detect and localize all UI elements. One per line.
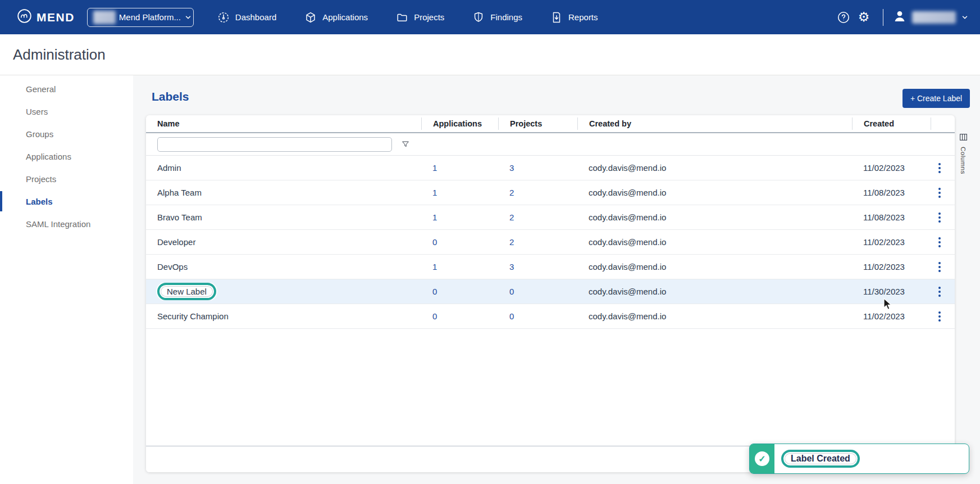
projects-count-link[interactable]: 0 <box>509 287 514 296</box>
row-actions-menu[interactable] <box>933 160 946 176</box>
nav-item-projects[interactable]: Projects <box>396 11 444 24</box>
sidebar-item-applications[interactable]: Applications <box>0 145 133 168</box>
projects-count-link[interactable]: 2 <box>509 237 514 247</box>
gear-icon[interactable]: ⚙ <box>854 7 874 28</box>
reports-icon <box>550 11 563 24</box>
table-header-row: Name Applications Projects Created by Cr… <box>146 115 955 133</box>
sidebar-item-label: Groups <box>26 129 53 139</box>
sidebar-item-label: Applications <box>26 152 71 161</box>
avatar-icon <box>892 9 907 26</box>
create-label-button[interactable]: + Create Label <box>902 89 970 108</box>
column-header-name[interactable]: Name <box>146 117 421 130</box>
row-actions-menu[interactable] <box>933 210 946 225</box>
main-nav: Dashboard Applications Projects <box>217 11 598 24</box>
column-header-created[interactable]: Created <box>852 117 931 130</box>
projects-icon <box>396 11 408 24</box>
created-by: cody.davis@mend.io <box>577 163 852 173</box>
org-selector-dropdown[interactable]: Mend Platform... <box>87 8 194 27</box>
nav-item-reports[interactable]: Reports <box>550 11 598 24</box>
toast-label-created: ✓ Label Created <box>749 444 969 474</box>
sidebar-item-saml-integration[interactable]: SAML Integration <box>0 212 133 235</box>
applications-count-link[interactable]: 1 <box>432 212 437 222</box>
nav-item-label: Dashboard <box>235 12 276 22</box>
navbar-divider <box>883 9 883 26</box>
projects-count-link[interactable]: 2 <box>509 188 514 197</box>
column-header-projects[interactable]: Projects <box>498 117 577 130</box>
applications-count-link[interactable]: 1 <box>432 163 437 173</box>
top-navbar: MEND Mend Platform... Dashboard <box>0 0 980 34</box>
filter-icon[interactable] <box>401 140 410 149</box>
table-row[interactable]: Alpha Team 1 2 cody.davis@mend.io 11/08/… <box>146 180 955 205</box>
sidebar-item-label: Projects <box>26 174 56 184</box>
label-name: Security Champion <box>146 311 421 321</box>
label-name: New Label <box>167 287 207 296</box>
applications-count-link[interactable]: 0 <box>432 311 437 321</box>
columns-tab-label: Columns <box>960 147 967 174</box>
row-actions-menu[interactable] <box>933 185 946 201</box>
sidebar-item-projects[interactable]: Projects <box>0 168 133 190</box>
created-date: 11/02/2023 <box>852 311 931 321</box>
row-actions-menu[interactable] <box>933 259 946 275</box>
sidebar-item-users[interactable]: Users <box>0 100 133 123</box>
created-date: 11/08/2023 <box>852 212 931 222</box>
sidebar-item-labels[interactable]: Labels <box>0 190 133 212</box>
column-header-actions <box>931 117 955 130</box>
nav-item-applications[interactable]: Applications <box>304 11 368 24</box>
toast-message-annotation: Label Created <box>781 450 860 468</box>
nav-item-label: Projects <box>414 12 444 22</box>
label-name: DevOps <box>146 262 421 272</box>
new-label-annotation: New Label <box>157 283 216 300</box>
row-actions-menu[interactable] <box>933 234 946 250</box>
toast-message: Label Created <box>791 454 850 464</box>
applications-count-link[interactable]: 0 <box>432 287 437 296</box>
name-filter-input[interactable] <box>157 137 392 152</box>
projects-count-link[interactable]: 0 <box>509 311 514 321</box>
column-header-applications[interactable]: Applications <box>421 117 498 130</box>
page-title: Administration <box>13 46 106 64</box>
table-row[interactable]: Bravo Team 1 2 cody.davis@mend.io 11/08/… <box>146 205 955 230</box>
applications-count-link[interactable]: 0 <box>432 237 437 247</box>
columns-panel-tab[interactable]: Columns <box>956 133 970 174</box>
table-row-new-label[interactable]: New Label 0 0 cody.davis@mend.io 11/30/2… <box>146 279 955 304</box>
mend-logo[interactable]: MEND <box>17 8 75 26</box>
label-name: Developer <box>146 237 421 247</box>
table-row[interactable]: Security Champion 0 0 cody.davis@mend.io… <box>146 304 955 329</box>
help-icon[interactable] <box>833 7 854 28</box>
org-selector-label: Mend Platform... <box>119 12 181 22</box>
user-menu[interactable] <box>892 9 969 26</box>
nav-item-findings[interactable]: Findings <box>472 11 522 24</box>
nav-item-label: Findings <box>490 12 522 22</box>
applications-count-link[interactable]: 1 <box>432 262 437 272</box>
projects-count-link[interactable]: 3 <box>509 163 514 173</box>
table-row[interactable]: Developer 0 2 cody.davis@mend.io 11/02/2… <box>146 230 955 255</box>
table-row[interactable]: DevOps 1 3 cody.davis@mend.io 11/02/2023 <box>146 255 955 279</box>
created-date: 11/30/2023 <box>852 287 931 296</box>
username-redacted <box>912 11 956 24</box>
applications-count-link[interactable]: 1 <box>432 188 437 197</box>
created-by: cody.davis@mend.io <box>577 188 852 197</box>
column-header-created-by[interactable]: Created by <box>577 117 852 130</box>
sidebar-item-label: Users <box>26 107 48 116</box>
labels-section-title: Labels <box>152 90 189 103</box>
projects-count-link[interactable]: 2 <box>509 212 514 222</box>
sidebar-item-general[interactable]: General <box>0 78 133 100</box>
chevron-down-icon <box>961 13 969 21</box>
created-by: cody.davis@mend.io <box>577 212 852 222</box>
toast-check-icon: ✓ <box>755 451 769 466</box>
label-name: Bravo Team <box>146 212 421 222</box>
created-by: cody.davis@mend.io <box>577 262 852 272</box>
page-header: Administration <box>0 34 980 75</box>
table-row[interactable]: Admin 1 3 cody.davis@mend.io 11/02/2023 <box>146 156 955 180</box>
created-date: 11/02/2023 <box>852 237 931 247</box>
row-actions-menu[interactable] <box>933 309 946 324</box>
sidebar-item-groups[interactable]: Groups <box>0 123 133 145</box>
created-by: cody.davis@mend.io <box>577 237 852 247</box>
label-name: Alpha Team <box>146 188 421 197</box>
projects-count-link[interactable]: 3 <box>509 262 514 272</box>
labels-table: Name Applications Projects Created by Cr… <box>146 115 955 472</box>
row-actions-menu[interactable] <box>933 284 946 300</box>
nav-item-dashboard[interactable]: Dashboard <box>217 11 276 24</box>
chevron-down-icon <box>184 13 192 21</box>
dashboard-icon <box>217 11 230 24</box>
sidebar-item-label: General <box>26 84 56 94</box>
